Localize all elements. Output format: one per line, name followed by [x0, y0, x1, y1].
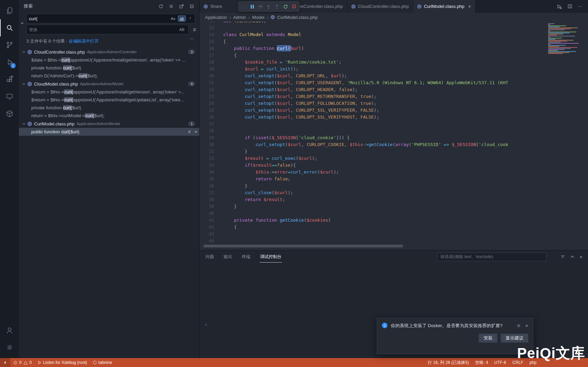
match-text: return D('Admin/Curl')->curl($url); [31, 73, 197, 78]
problems-indicator[interactable]: 0 0 [10, 358, 35, 367]
breadcrumb-item[interactable]: Model [252, 15, 264, 20]
console-prompt[interactable]: › [205, 321, 207, 327]
replace-match-icon[interactable] [187, 130, 192, 134]
search-match-row[interactable]: $return = $this->curl(appstoreU('Appstor… [19, 96, 199, 104]
search-match-row[interactable]: return D('Admin/Curl')->curl($url); [19, 72, 199, 80]
notification-close-icon[interactable]: × [525, 323, 528, 329]
breadcrumb-item[interactable]: Application [205, 15, 227, 20]
show-recommendations-button[interactable]: 显示建议 [501, 334, 528, 343]
code-line: 21 curl_setopt($curl, CURLOPT_USERAGENT,… [200, 79, 588, 86]
sidebar-title: 搜索 [24, 3, 33, 9]
code-text: if($result==false){ [214, 162, 296, 169]
code-line: 37 curl_close($curl); [200, 189, 588, 196]
replace-input-box: AB [26, 25, 189, 34]
file-name: CurlModel.class.php [34, 121, 75, 126]
code-text [214, 127, 223, 134]
pause-icon[interactable] [251, 5, 254, 9]
panel-tab[interactable]: 终端 [241, 251, 251, 263]
replace-input[interactable] [29, 27, 177, 32]
breadcrumb-item[interactable]: Admin [233, 15, 246, 20]
remote-indicator[interactable] [0, 358, 10, 367]
source-control-icon[interactable] [0, 36, 19, 54]
run-debug-icon[interactable]: 1 [0, 54, 19, 71]
notification-settings-gear-icon[interactable] [516, 323, 521, 328]
encoding[interactable]: UTF-8 [494, 360, 506, 365]
clear-results-icon[interactable] [168, 3, 174, 9]
indentation[interactable]: 空格: 4 [475, 360, 488, 366]
code-text: $curl = curl_init(); [214, 66, 298, 73]
horizontal-scrollbar[interactable] [204, 245, 403, 247]
panel-tab[interactable]: 调试控制台 [260, 251, 282, 263]
close-tab-icon[interactable]: × [468, 4, 471, 9]
panel-tab[interactable]: 问题 [205, 251, 214, 263]
search-match-row[interactable]: $data = $this->curl(appstoreU('Appstore/… [19, 56, 199, 64]
step-out-icon[interactable] [274, 4, 280, 9]
regex-icon[interactable]: .* [187, 15, 193, 22]
code-text: if (isset($_SESSION['cloud_cookie'])) { [214, 134, 350, 141]
filter-icon[interactable] [560, 254, 565, 259]
tab-cloudcontroller[interactable]: CloudController.class.php [347, 0, 413, 13]
search-file-row[interactable]: CurlModel.class.phpApplication/Admin/Mod… [19, 120, 199, 128]
split-editor-icon[interactable] [567, 4, 573, 9]
open-in-editor-link[interactable]: 在编辑器中打开 [69, 39, 99, 44]
toggle-search-details-icon[interactable]: ⋯ [189, 36, 194, 41]
code-editor[interactable]: 12use Think\Model;1314class CurlModel ex… [200, 22, 588, 250]
whole-word-icon[interactable]: ab [178, 15, 185, 22]
tab-curlmodel[interactable]: CurlModel.class.php × [413, 0, 475, 13]
open-new-search-editor-icon[interactable] [179, 3, 184, 9]
watermark: PeiQi文库 [517, 344, 585, 363]
search-match-row[interactable]: $return = $this->curl(appstoreU('Appstor… [19, 88, 199, 96]
minimap[interactable] [547, 23, 584, 54]
search-match-row[interactable]: return = $this->curlModel->curl($url); [19, 112, 199, 120]
breadcrumb-separator: › [267, 15, 268, 20]
explorer-icon[interactable] [0, 2, 19, 19]
step-into-icon[interactable] [266, 4, 271, 9]
breadcrumb-item[interactable]: CurlModel.class.php [277, 15, 318, 20]
search-icon[interactable] [0, 19, 19, 36]
code-text: curl_setopt($curl, CURLOPT_SSL_VERIFYHOS… [214, 114, 379, 121]
debug-session-indicator[interactable]: Listen for Xdebug (root) [35, 358, 90, 367]
debug-filter-input[interactable] [440, 254, 543, 259]
code-line: 44 [200, 237, 588, 244]
step-over-icon[interactable] [257, 4, 262, 9]
extensions-icon[interactable] [0, 71, 19, 88]
file-name: CloudModel.class.php [34, 81, 78, 87]
tabnine-indicator[interactable]: tabnine [90, 358, 115, 367]
search-match-row[interactable]: private function curl($url) [19, 104, 199, 112]
search-match-row[interactable]: public function curl($url)× [19, 128, 199, 136]
replace-all-icon[interactable] [192, 27, 197, 32]
container-box-icon[interactable] [0, 105, 19, 122]
match-text: $return = $this->curl(appstoreU('Appstor… [31, 89, 197, 94]
restart-icon[interactable] [283, 4, 288, 9]
remote-explorer-icon[interactable] [0, 88, 19, 105]
line-number: 32 [200, 155, 214, 162]
search-file-row[interactable]: CloudModel.class.phpApplication/Admin/Mo… [19, 80, 199, 88]
stop-icon[interactable] [292, 4, 296, 9]
code-text: { [214, 38, 226, 45]
collapse-all-icon[interactable] [189, 3, 194, 9]
breadcrumb[interactable]: Application›Admin›Model›CurlModel.class.… [200, 13, 588, 22]
run-or-debug-icon[interactable] [556, 4, 562, 9]
cursor-position[interactable]: 行 16, 列 26 (已选择5) [428, 360, 469, 366]
code-line: 26 curl_setopt($curl, CURLOPT_SSL_VERIFY… [200, 114, 588, 121]
close-panel-icon[interactable]: × [579, 254, 583, 260]
panel-tab[interactable]: 输出 [223, 251, 233, 263]
maximize-panel-icon[interactable] [570, 255, 575, 259]
search-input[interactable] [29, 16, 168, 21]
code-text: curl_close($curl); [214, 189, 293, 196]
refresh-icon[interactable] [158, 3, 163, 9]
install-button[interactable]: 安装 [479, 334, 497, 343]
preserve-case-icon[interactable]: AB [178, 26, 186, 33]
drag-handle-icon[interactable]: ⋮⋮ [241, 4, 247, 9]
search-file-row[interactable]: CloudController.class.phpApplication/Adm… [19, 48, 199, 56]
toggle-replace-chevron-icon[interactable] [20, 21, 24, 25]
tab-label: CloudController.class.php [358, 4, 409, 9]
match-case-icon[interactable]: Aa [169, 15, 177, 22]
search-match-row[interactable]: private function curl($url) [19, 64, 199, 72]
settings-gear-icon[interactable] [0, 339, 19, 356]
code-line: 28 [200, 127, 588, 134]
match-text: private function curl($url) [31, 65, 197, 70]
more-actions-icon[interactable]: ⋯ [578, 4, 583, 9]
account-icon[interactable] [0, 322, 19, 339]
dismiss-match-icon[interactable]: × [194, 129, 197, 134]
